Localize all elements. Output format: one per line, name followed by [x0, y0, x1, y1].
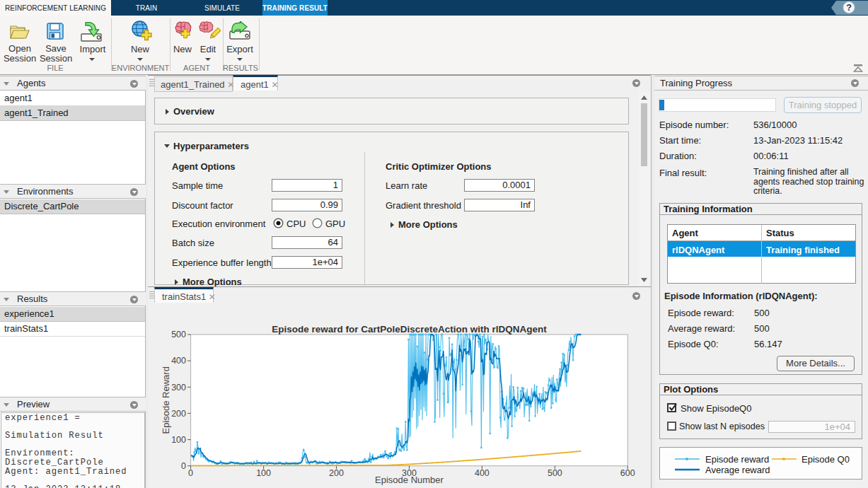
svg-text:Average reward: Average reward	[705, 465, 770, 475]
svg-text:0: 0	[188, 468, 193, 478]
svg-text:400: 400	[475, 468, 490, 478]
svg-text:Episode reward: Episode reward	[705, 454, 769, 465]
svg-text:Episode Number: Episode Number	[375, 475, 444, 485]
svg-text:300: 300	[171, 383, 186, 393]
svg-text:200: 200	[171, 409, 186, 419]
svg-text:Episode Q0: Episode Q0	[802, 454, 850, 465]
svg-text:600: 600	[620, 468, 635, 478]
svg-text:400: 400	[171, 356, 186, 366]
svg-text:Episode Reward: Episode Reward	[161, 366, 171, 434]
svg-text:Episode reward for CartPoleDis: Episode reward for CartPoleDiscreteActio…	[272, 324, 547, 335]
svg-text:200: 200	[329, 468, 344, 478]
svg-text:100: 100	[256, 468, 271, 478]
svg-text:?: ?	[846, 3, 852, 13]
svg-text:500: 500	[171, 330, 186, 339]
svg-text:500: 500	[548, 468, 562, 478]
svg-text:100: 100	[171, 435, 186, 445]
svg-text:0: 0	[181, 461, 186, 471]
